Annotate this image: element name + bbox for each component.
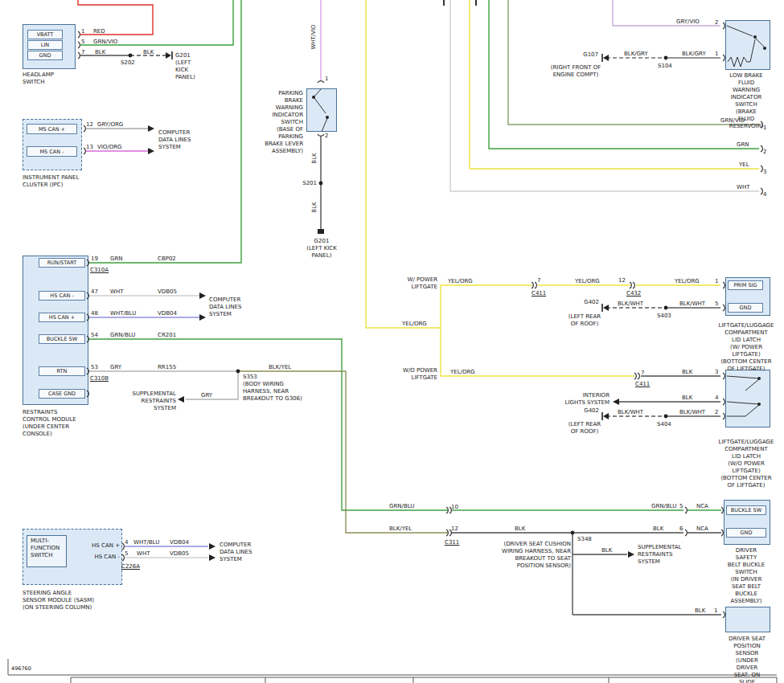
wire-label: BLK/WHT <box>618 409 643 416</box>
pin-number: 2 <box>325 133 328 140</box>
switch-contact-icon <box>753 35 757 39</box>
pin-chevron-icon <box>318 81 324 83</box>
pin-number: 53 <box>91 364 98 371</box>
pin-chevron-icon <box>723 399 724 405</box>
pin-number: 7 <box>537 277 540 284</box>
wire-label: GRY/ORG <box>97 121 123 129</box>
system-label: SUPPLEMENTAL RESTRAINTS SYSTEM <box>638 544 681 566</box>
pin-number: 4 <box>715 395 718 402</box>
system-label: COMPUTER DATA LINES SYSTEM <box>220 542 252 563</box>
pin-number: 6 <box>679 526 683 533</box>
connector-label: C432 <box>626 290 641 297</box>
wire-label: BLK <box>95 49 105 56</box>
pin-number: 19 <box>91 256 98 263</box>
wire-gry-vio <box>613 0 720 26</box>
ground-arrow-icon-G107 <box>603 55 609 61</box>
wire-label: WHT <box>737 184 749 191</box>
pin-number: 2 <box>763 149 766 156</box>
sheet-number: 496760 <box>11 665 31 673</box>
pin-chevron-icon <box>721 530 723 536</box>
wire-wht-4 <box>450 0 759 191</box>
ground-location: (LEFT REAR OF ROOF) <box>569 313 601 328</box>
latch-w-caption: LIFTGATE/LUGGAGE COMPARTMENT LID LATCH (… <box>719 322 774 373</box>
splice-label: S104 <box>658 63 672 70</box>
wire-label: GRY <box>110 364 121 371</box>
pin-number: 3 <box>715 369 718 376</box>
pin-chevron-icon <box>78 31 80 38</box>
wire-label: BLK/YEL <box>269 364 291 371</box>
ground-symbol-G201-center <box>318 229 324 234</box>
system-arrow-icon <box>148 125 154 132</box>
wire-label: YEL/ORG <box>448 278 473 285</box>
ground-location: (RIGHT FRONT OF ENGINE COMPT) <box>551 64 601 79</box>
wire-label: BLK <box>695 607 705 615</box>
wire-label: RED <box>93 28 105 35</box>
ground-arrow-icon-G201 <box>166 52 171 59</box>
pin-chevron-icon <box>723 611 724 618</box>
splice-S202 <box>129 54 133 58</box>
ground-arrow-icon-G402-upper <box>603 305 609 311</box>
circuit-label: VDB04 <box>158 310 177 317</box>
wire-grn-vio-1 <box>508 0 759 125</box>
wire-label: GRY <box>201 392 212 399</box>
headlamp-switch-caption: HEADLAMP SWITCH <box>23 72 54 86</box>
pin-number: 12 <box>86 121 93 129</box>
pin-number: 1 <box>325 76 328 83</box>
pin-number: 5 <box>715 301 718 308</box>
parking-brake-lead-top <box>314 89 321 96</box>
pin-label: HS CAN + <box>92 542 120 550</box>
wire-label: GRY/VIO <box>676 18 700 26</box>
pin-label: HS CAN - <box>94 554 120 561</box>
wire-label: BLK/WHT <box>618 301 643 308</box>
pin-number: 7 <box>81 49 84 56</box>
connector-label: C311 <box>445 539 459 546</box>
system-arrow-icon <box>209 554 215 561</box>
wire-label: BLK/WHT <box>679 409 705 416</box>
wire-label: BLK <box>682 395 692 402</box>
wire-label: BLK <box>311 153 318 163</box>
wire-label: BLK <box>601 547 612 554</box>
splice-label: S403 <box>657 313 671 320</box>
splice-S201 <box>319 182 323 186</box>
pin-number: 5 <box>125 550 128 558</box>
ipc-caption: INSTRUMENT PANEL CLUSTER (IPC) <box>23 174 79 189</box>
switch-contact-icon <box>312 96 315 99</box>
wire-grn-2 <box>489 0 759 149</box>
system-arrow-icon <box>178 396 184 403</box>
connector-label: C310A <box>90 267 109 274</box>
splice-label: S353 (BODY WIRING HARNESS, NEAR BREAKOUT… <box>243 374 302 403</box>
wire-label: GRN/BLU <box>110 332 135 339</box>
wire-label: BLK/YEL <box>389 526 412 533</box>
pin-chevron-icon <box>638 373 639 379</box>
wire-label: WHT/BLU <box>133 539 159 546</box>
system-arrow-icon <box>209 543 215 550</box>
wire-label: WHT/VIO <box>310 24 318 49</box>
system-arrow-icon <box>199 292 206 299</box>
pin-number: 2 <box>715 409 718 416</box>
splice-S348 <box>571 531 575 535</box>
pin-number: 13 <box>86 144 93 151</box>
pin-chevron-icon <box>721 507 723 513</box>
lbf-blade <box>755 38 764 47</box>
wire-label: GRN/BLU <box>389 503 414 510</box>
pin-chevron-icon <box>685 507 687 513</box>
circuit-label: CBP02 <box>158 256 176 263</box>
pin-chevron-icon <box>723 22 724 29</box>
pin-chevron-icon <box>87 292 88 299</box>
pin-number: 1 <box>715 51 718 58</box>
branch-label: W/O POWER LIFTGATE <box>403 367 437 382</box>
parking-brake-blade <box>314 98 326 113</box>
pin-number: 2 <box>715 19 718 27</box>
pin-number: 3 <box>763 169 766 176</box>
wolatch-lead-2 <box>727 402 759 404</box>
wire-label: BLK/GRY <box>682 51 706 58</box>
connector-label: C310B <box>90 375 109 382</box>
page-frame <box>8 659 777 675</box>
connector-label: C411 <box>635 381 650 388</box>
wiring-layer <box>0 0 784 683</box>
switch-contact-icon <box>326 116 329 119</box>
pin-number: 5 <box>81 39 84 46</box>
splice-S404 <box>664 415 668 419</box>
pin-chevron-icon <box>633 282 634 288</box>
ground-location: (LEFT REAR OF ROOF) <box>569 421 601 436</box>
